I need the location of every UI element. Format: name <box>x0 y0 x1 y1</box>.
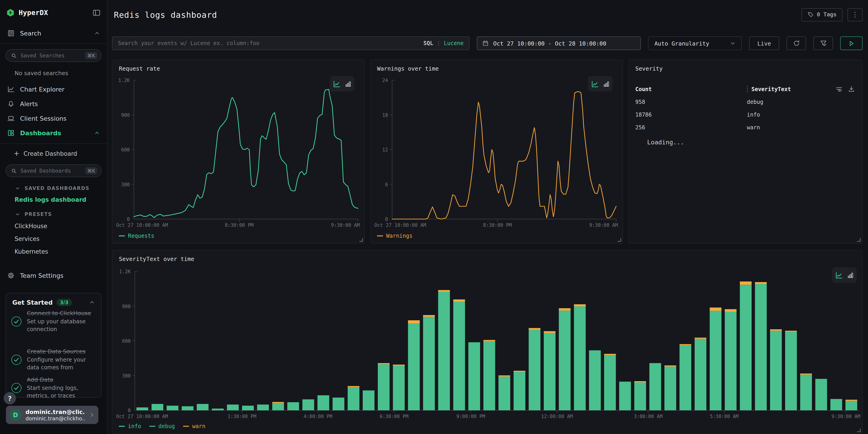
calendar-icon <box>482 40 489 46</box>
mode-divider: | <box>437 40 440 46</box>
line-chart-icon[interactable] <box>591 80 599 88</box>
svg-text:8:30:00 PM: 8:30:00 PM <box>483 222 512 228</box>
legend-dash <box>183 426 189 427</box>
line-chart-icon[interactable] <box>333 80 340 88</box>
cell-severitytext: debug <box>747 99 763 105</box>
chevron-down-icon <box>730 40 736 46</box>
sidebar-item-services[interactable]: Services <box>14 236 107 242</box>
panel-warnings-over-time: Warnings over time24181260Oct 27 10:00:0… <box>370 60 623 244</box>
chevron-up-icon[interactable] <box>94 31 100 36</box>
presets-header[interactable]: PRESETS <box>15 211 107 217</box>
dashboard-menu-button[interactable]: ⋮ <box>847 8 863 21</box>
svg-text:1.2K: 1.2K <box>119 269 131 274</box>
svg-text:300: 300 <box>121 182 130 187</box>
sidebar-item-label: Alerts <box>20 100 100 107</box>
granularity-select[interactable]: Auto Granularity <box>648 36 742 50</box>
chevron-down-icon <box>15 212 20 217</box>
sidebar-item-kubernetes[interactable]: Kubernetes <box>14 248 107 255</box>
sql-mode-toggle[interactable]: SQL <box>423 40 433 46</box>
sidebar-item-dashboards[interactable]: Dashboards <box>0 126 107 140</box>
get-started-title: Get Started <box>12 299 53 306</box>
bar-chart-icon[interactable] <box>344 81 351 87</box>
legend-label: Warnings <box>386 233 412 239</box>
saved-dashboards-header[interactable]: SAVED DASHBOARDS <box>15 185 107 191</box>
get-started-item[interactable]: Connect to ClickHouseSet up your databas… <box>11 310 97 333</box>
wrap-text-icon[interactable] <box>836 86 842 92</box>
refresh-icon <box>793 40 800 47</box>
bar-chart-icon[interactable] <box>847 272 854 278</box>
saved-dashboards-input[interactable]: Saved Dashboards ⌘K <box>5 164 101 177</box>
column-header-severitytext[interactable]: SeverityText <box>747 86 837 92</box>
sidebar-item-alerts[interactable]: Alerts <box>0 97 107 111</box>
user-email: dominic.tran@clickho... <box>26 415 85 422</box>
get-started-item[interactable]: Create Data SourcesConfigure where your … <box>11 348 97 371</box>
column-resize-handle[interactable] <box>747 86 748 92</box>
chart-title: SeverityText over time <box>119 255 194 262</box>
svg-text:Oct 27 10:00:00 AM: Oct 27 10:00:00 AM <box>116 414 168 419</box>
filter-button[interactable] <box>813 36 833 50</box>
chart-plot-area[interactable]: 1.2K9006003000Oct 27 10:00:00 AM8:30:00 … <box>113 60 364 233</box>
sidebar-item-chart-explorer[interactable]: Chart Explorer <box>0 82 107 97</box>
sidebar-item-client-sessions[interactable]: Client Sessions <box>0 111 107 126</box>
refresh-button[interactable] <box>786 36 806 50</box>
live-button[interactable]: Live <box>749 36 779 50</box>
chart-title: Request rate <box>119 65 160 72</box>
tags-label: 0 Tags <box>817 11 837 18</box>
chevron-up-icon[interactable] <box>94 130 100 136</box>
svg-text:8:30:00 PM: 8:30:00 PM <box>225 222 253 228</box>
run-query-button[interactable] <box>840 36 863 50</box>
date-range-picker[interactable]: Oct 27 10:00:00 - Oct 28 10:00:00 <box>477 36 641 50</box>
create-dashboard-button[interactable]: + Create Dashboard <box>14 148 107 159</box>
saved-searches-input[interactable]: Saved Searches ⌘K <box>5 49 101 62</box>
chart-plot-area[interactable]: 1.2K9006003000Oct 27 10:00:00 AM1:30:00 … <box>113 250 863 433</box>
collapse-sidebar-icon[interactable] <box>92 9 101 17</box>
search-icon <box>11 53 17 59</box>
chart-plot-area[interactable]: 24181260Oct 27 10:00:00 AM8:30:00 PM9:30… <box>371 60 623 233</box>
date-range-value: Oct 27 10:00:00 - Oct 28 10:00:00 <box>493 40 607 47</box>
team-settings-label: Team Settings <box>20 272 64 279</box>
bar-chart-icon[interactable] <box>603 81 610 87</box>
legend-item-info[interactable]: info <box>119 423 141 429</box>
svg-text:Oct 27 10:00:00 AM: Oct 27 10:00:00 AM <box>116 222 168 228</box>
svg-text:12:00:00 AM: 12:00:00 AM <box>541 414 573 419</box>
chart-type-toggle <box>330 76 354 92</box>
svg-text:5:30:00 AM: 5:30:00 AM <box>710 414 738 419</box>
tags-button[interactable]: 0 Tags <box>801 8 842 21</box>
sidebar-item-team-settings[interactable]: Team Settings <box>0 269 107 282</box>
svg-text:12: 12 <box>382 147 388 153</box>
play-icon <box>848 40 855 47</box>
table-row[interactable]: 256warn <box>635 124 856 131</box>
column-header-count[interactable]: Count <box>635 86 747 92</box>
sidebar-item-clickhouse[interactable]: ClickHouse <box>14 223 107 229</box>
table-row[interactable]: 18786info <box>635 112 856 118</box>
get-started-item[interactable]: Add DataStart sending logs, metrics, or … <box>11 376 97 400</box>
svg-text:0: 0 <box>385 217 388 222</box>
cell-count: 958 <box>635 99 747 105</box>
legend-item-warnings[interactable]: Warnings <box>377 233 412 239</box>
legend-item-requests[interactable]: Requests <box>119 233 154 239</box>
table-actions <box>836 86 855 92</box>
svg-text:900: 900 <box>122 304 131 309</box>
event-search-input[interactable]: Search your events w/ Lucene ex. column:… <box>112 36 469 50</box>
line-chart-icon[interactable] <box>835 271 843 279</box>
column-header-label: SeverityText <box>751 86 791 92</box>
get-started-item-title: Create Data Sources <box>27 348 97 356</box>
bell-icon <box>7 100 14 107</box>
table-row[interactable]: 958debug <box>635 99 856 105</box>
main-content: Redis logs dashboard 0 Tags ⋮ Search you… <box>107 0 868 434</box>
chart-title: Warnings over time <box>377 65 439 72</box>
chevron-up-icon[interactable] <box>89 300 95 305</box>
legend-item-warn[interactable]: warn <box>183 423 206 429</box>
svg-text:9:00:00 PM: 9:00:00 PM <box>456 414 485 419</box>
legend-item-debug[interactable]: debug <box>149 423 175 429</box>
get-started-item-text: Add DataStart sending logs, metrics, or … <box>27 376 97 400</box>
sidebar-item-label: Dashboards <box>20 129 89 136</box>
lucene-mode-toggle[interactable]: Lucene <box>444 40 464 46</box>
user-menu[interactable]: D dominic.tran@clic... dominic.tran@clic… <box>6 406 98 424</box>
sidebar-item-search[interactable]: Search <box>0 27 107 40</box>
svg-text:4:00:00 PM: 4:00:00 PM <box>304 414 332 419</box>
sidebar-item-redis-dashboard[interactable]: Redis logs dashboard <box>14 196 107 203</box>
help-button[interactable]: ? <box>4 392 16 404</box>
download-icon[interactable] <box>848 86 855 92</box>
get-started-badge: 3/3 <box>56 299 72 306</box>
